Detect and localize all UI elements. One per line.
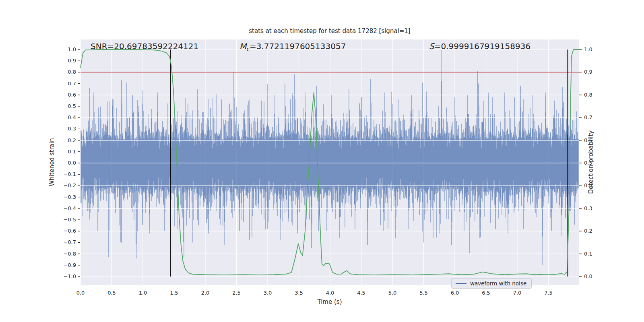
x-tick-label: 0.5: [103, 290, 121, 296]
x-tick-label: 0.0: [72, 290, 89, 296]
y-tick-label-left: 0.5: [60, 103, 76, 109]
snr-text: SNR=20.69783592224121: [91, 41, 198, 51]
x-tick-label: 2.0: [196, 290, 214, 296]
x-tick-label: 3.5: [290, 290, 308, 296]
x-tick-label: 3.0: [259, 290, 277, 296]
y-tick-label-left: −0.8: [60, 251, 76, 257]
chirp-mass-value: =3.7721197605133057: [250, 41, 346, 51]
legend-line-swatch: [456, 283, 466, 284]
x-tick-label: 7.5: [540, 290, 557, 296]
y-tick-label-left: −0.3: [60, 194, 76, 200]
y-tick-label-left: 0.0: [60, 160, 76, 166]
significance-symbol: S: [429, 41, 434, 51]
x-tick-label: 7.0: [508, 290, 526, 296]
y-tick-label-left: −0.7: [60, 239, 76, 245]
x-tick-label: 4.5: [353, 290, 370, 296]
y-tick-label-left: 0.7: [60, 80, 76, 87]
y-tick-label-right: 0.6: [584, 137, 600, 143]
y-tick-label-left: 0.1: [60, 149, 76, 155]
y-tick-label-left: −1.0: [60, 273, 76, 279]
x-tick-label: 4.0: [321, 290, 339, 296]
chirp-mass-symbol: M: [239, 41, 246, 51]
y-tick-label-right: 0.3: [584, 205, 600, 211]
y-tick-label-left: 0.3: [60, 126, 76, 132]
x-axis-label: Time (s): [80, 298, 579, 305]
y-tick-label-right: 0.4: [584, 182, 600, 188]
y-tick-label-left: 0.2: [60, 137, 76, 143]
y-tick-label-right: 0.8: [584, 92, 600, 98]
y-tick-label-right: 0.7: [584, 114, 600, 120]
x-tick-label: 1.0: [134, 290, 152, 296]
y-tick-label-left: −0.4: [60, 205, 76, 211]
y-tick-label-left: 0.4: [60, 114, 76, 120]
y-tick-label-right: 0.0: [584, 273, 600, 279]
x-tick-label: 6.0: [446, 290, 464, 296]
legend-label: waveform with noise: [470, 280, 526, 287]
y-tick-label-right: 0.2: [584, 228, 600, 234]
y-tick-label-left: 0.6: [60, 92, 76, 98]
y-tick-label-left: 0.8: [60, 69, 76, 75]
y-tick-label-left: −0.9: [60, 262, 76, 268]
y-tick-label-left: 1.0: [60, 46, 76, 52]
y-tick-label-right: 0.1: [584, 251, 600, 257]
y-tick-label-left: −0.6: [60, 228, 76, 234]
x-tick-label: 5.5: [415, 290, 433, 296]
x-tick-label: 6.5: [477, 290, 495, 296]
legend: waveform with noise: [451, 278, 532, 289]
annotation-snr: SNR=20.69783592224121: [91, 41, 198, 51]
y-tick-label-left: −0.1: [60, 171, 76, 177]
y-tick-label-left: −0.2: [60, 182, 76, 188]
chirp-mass-subscript: c: [246, 46, 250, 52]
annotation-chirp-mass: Mc=3.7721197605133057: [239, 41, 346, 52]
y-tick-label-right: 1.0: [584, 46, 600, 52]
chart-title: stats at each timestep for test data 172…: [80, 27, 579, 35]
annotation-significance: S=0.9999167919158936: [429, 41, 530, 51]
x-tick-label: 1.5: [165, 290, 183, 296]
y-tick-label-left: −0.5: [60, 217, 76, 223]
x-tick-label: 5.0: [384, 290, 401, 296]
significance-value: =0.9999167919158936: [434, 41, 530, 51]
y-tick-label-left: 0.9: [60, 58, 76, 64]
figure: stats at each timestep for test data 172…: [0, 0, 644, 322]
y-tick-label-right: 0.5: [584, 160, 600, 166]
x-tick-label: 2.5: [228, 290, 246, 296]
y-axis-label-left: Whitened strain: [48, 82, 56, 243]
y-tick-label-right: 0.9: [584, 69, 600, 75]
